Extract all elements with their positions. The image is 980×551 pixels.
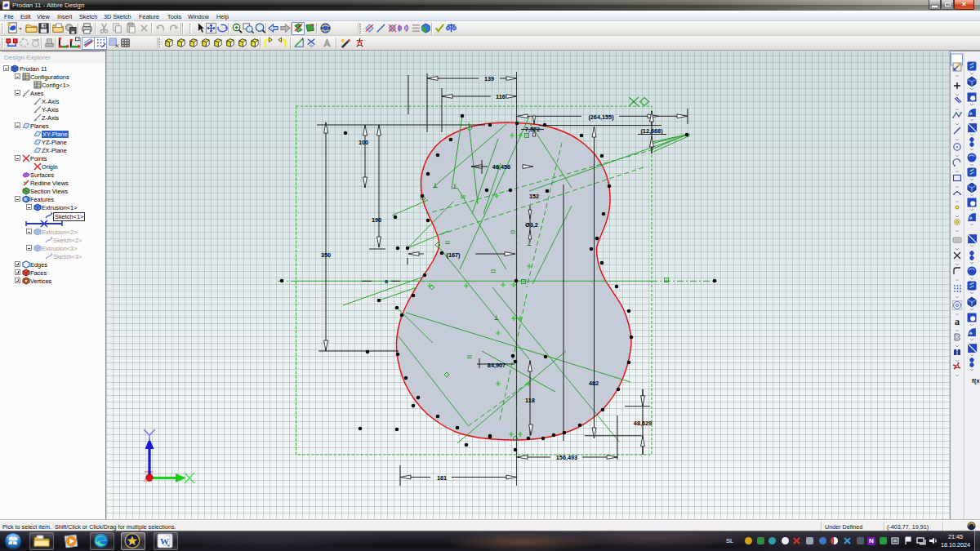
svg-text:156,493: 156,493 (556, 454, 577, 461)
svg-text:190: 190 (372, 216, 381, 224)
svg-text:46,456: 46,456 (492, 163, 510, 171)
svg-text:152: 152 (529, 193, 539, 200)
svg-text:(167): (167) (446, 251, 461, 259)
svg-text:118: 118 (525, 397, 535, 404)
svg-text:Ø3,2: Ø3,2 (525, 221, 538, 229)
svg-text:f(x): f(x) (972, 377, 980, 384)
svg-text:(264,155): (264,155) (588, 113, 614, 121)
svg-text:116: 116 (496, 93, 506, 100)
svg-text:100: 100 (359, 139, 368, 146)
svg-text:350: 350 (321, 251, 331, 259)
svg-text:a: a (955, 316, 960, 327)
svg-text:(12,668): (12,668) (640, 127, 663, 135)
svg-text:48,629: 48,629 (634, 420, 652, 427)
svg-text:84,907: 84,907 (488, 362, 506, 369)
svg-text:139: 139 (484, 75, 494, 82)
svg-text:181: 181 (437, 474, 447, 482)
svg-text:482: 482 (589, 380, 599, 387)
svg-text:a: a (385, 278, 388, 284)
